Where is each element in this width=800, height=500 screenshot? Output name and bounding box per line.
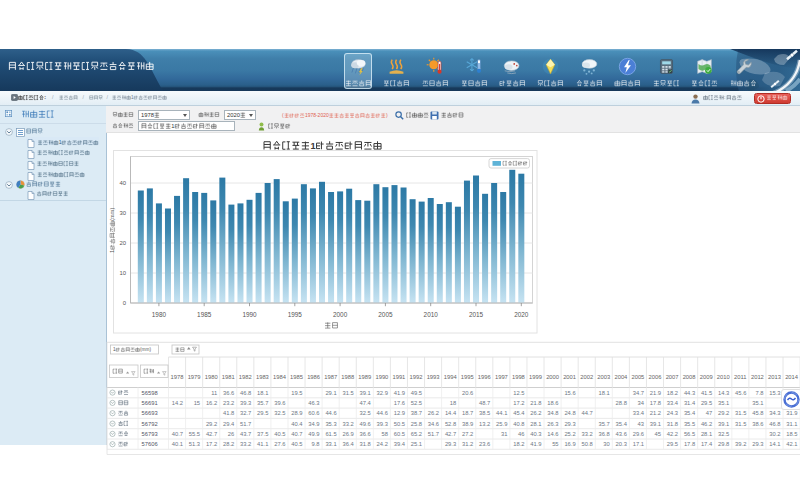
svg-text:14.2: 14.2 — [172, 400, 183, 406]
svg-text:17.8: 17.8 — [684, 441, 695, 447]
svg-text:1: 1 — [113, 347, 116, 352]
svg-text:18.2: 18.2 — [667, 390, 678, 396]
svg-text:35.7: 35.7 — [599, 421, 610, 427]
svg-text:46: 46 — [518, 431, 524, 437]
svg-text:1996: 1996 — [478, 374, 491, 380]
svg-text:2000: 2000 — [546, 374, 559, 380]
svg-text:2005: 2005 — [378, 311, 393, 318]
svg-text:47: 47 — [706, 410, 712, 416]
svg-text:49.6: 49.6 — [360, 421, 371, 427]
svg-text:45.6: 45.6 — [735, 390, 746, 396]
svg-text:18.6: 18.6 — [547, 400, 558, 406]
svg-text:31.5: 31.5 — [343, 390, 354, 396]
svg-text:18: 18 — [450, 400, 456, 406]
svg-text:50.8: 50.8 — [582, 441, 593, 447]
svg-text:1990: 1990 — [375, 374, 388, 380]
svg-text:40.1: 40.1 — [172, 441, 183, 447]
svg-text:29.8: 29.8 — [718, 441, 729, 447]
svg-text:2004: 2004 — [614, 374, 628, 380]
svg-text:24.8: 24.8 — [564, 410, 575, 416]
svg-text:18.1: 18.1 — [257, 390, 268, 396]
svg-text:1985: 1985 — [197, 311, 212, 318]
svg-text:14.4: 14.4 — [445, 410, 457, 416]
svg-text:29.4: 29.4 — [223, 421, 235, 427]
svg-text:51.7: 51.7 — [428, 431, 439, 437]
svg-text:1981: 1981 — [222, 374, 235, 380]
svg-text:34.9: 34.9 — [308, 421, 319, 427]
svg-text:25.2: 25.2 — [564, 431, 575, 437]
svg-text:31.8: 31.8 — [360, 441, 371, 447]
svg-text:46.3: 46.3 — [308, 400, 319, 406]
svg-text:1992: 1992 — [410, 374, 423, 380]
svg-text:1985: 1985 — [290, 374, 303, 380]
svg-text:60.5: 60.5 — [394, 431, 405, 437]
svg-text:25.9: 25.9 — [496, 421, 507, 427]
svg-text:1994: 1994 — [444, 374, 458, 380]
svg-text:1: 1 — [58, 139, 61, 145]
svg-text:43.6: 43.6 — [616, 431, 627, 437]
svg-text:33.2: 33.2 — [240, 441, 251, 447]
svg-text:46.8: 46.8 — [769, 421, 780, 427]
svg-text:39.3: 39.3 — [240, 400, 251, 406]
svg-text:41.1: 41.1 — [257, 441, 268, 447]
svg-text:39.4: 39.4 — [394, 441, 406, 447]
svg-text:29.2: 29.2 — [718, 410, 729, 416]
svg-text:36.6: 36.6 — [360, 431, 371, 437]
svg-text:33.1: 33.1 — [325, 441, 336, 447]
svg-text:40.4: 40.4 — [291, 421, 303, 427]
svg-text:29.3: 29.3 — [445, 441, 456, 447]
svg-text:44.7: 44.7 — [582, 410, 593, 416]
svg-text:26.2: 26.2 — [530, 410, 541, 416]
svg-text:23.2: 23.2 — [223, 400, 234, 406]
svg-text:1987: 1987 — [324, 374, 337, 380]
svg-text:28.1: 28.1 — [701, 431, 712, 437]
svg-text:1: 1 — [109, 250, 115, 253]
svg-text:46.8: 46.8 — [240, 390, 251, 396]
svg-text:37.5: 37.5 — [257, 431, 268, 437]
svg-text:41.9: 41.9 — [394, 390, 405, 396]
svg-text:(: ( — [282, 112, 284, 118]
svg-text:17.1: 17.1 — [633, 441, 644, 447]
svg-text:1978: 1978 — [171, 374, 184, 380]
svg-text:33.2: 33.2 — [582, 431, 593, 437]
svg-text:1986: 1986 — [307, 374, 320, 380]
svg-text:40.5: 40.5 — [274, 431, 285, 437]
svg-text:40.5: 40.5 — [291, 441, 302, 447]
svg-text:1998: 1998 — [512, 374, 525, 380]
svg-text:34: 34 — [638, 400, 645, 406]
svg-text:40.3: 40.3 — [530, 431, 541, 437]
svg-text:31.9: 31.9 — [786, 410, 797, 416]
svg-text:29.5: 29.5 — [701, 400, 712, 406]
svg-text:44.3: 44.3 — [684, 390, 695, 396]
svg-text:33.2: 33.2 — [343, 421, 354, 427]
svg-text:11: 11 — [211, 390, 217, 396]
svg-text:33.4: 33.4 — [633, 410, 645, 416]
svg-text:9.8: 9.8 — [312, 441, 320, 447]
svg-text:18.5: 18.5 — [786, 431, 797, 437]
svg-text:65.2: 65.2 — [411, 431, 422, 437]
svg-text:43.7: 43.7 — [240, 431, 251, 437]
svg-text:2011: 2011 — [734, 374, 746, 380]
svg-text:2002: 2002 — [580, 374, 593, 380]
svg-text:35.3: 35.3 — [325, 421, 336, 427]
svg-text:31: 31 — [501, 431, 507, 437]
svg-text:1978: 1978 — [141, 112, 154, 118]
svg-text:57606: 57606 — [142, 441, 158, 447]
svg-text:29.5: 29.5 — [257, 410, 268, 416]
svg-text:25.8: 25.8 — [411, 421, 422, 427]
svg-text:7.8: 7.8 — [755, 390, 763, 396]
svg-text:31.8: 31.8 — [667, 421, 678, 427]
svg-text:39.6: 39.6 — [274, 400, 285, 406]
svg-text:30.2: 30.2 — [769, 431, 780, 437]
svg-text:15.3: 15.3 — [769, 390, 780, 396]
svg-text:56792: 56792 — [142, 421, 158, 427]
svg-text:28.9: 28.9 — [291, 410, 302, 416]
svg-text:15.6: 15.6 — [564, 390, 575, 396]
svg-text:32.9: 32.9 — [377, 390, 388, 396]
svg-text:45.8: 45.8 — [752, 410, 763, 416]
svg-text:1995: 1995 — [461, 374, 474, 380]
svg-text:29.3: 29.3 — [752, 441, 763, 447]
svg-text:40: 40 — [119, 180, 126, 186]
svg-text:(mm): (mm) — [109, 208, 115, 221]
svg-text:35.4: 35.4 — [684, 410, 696, 416]
